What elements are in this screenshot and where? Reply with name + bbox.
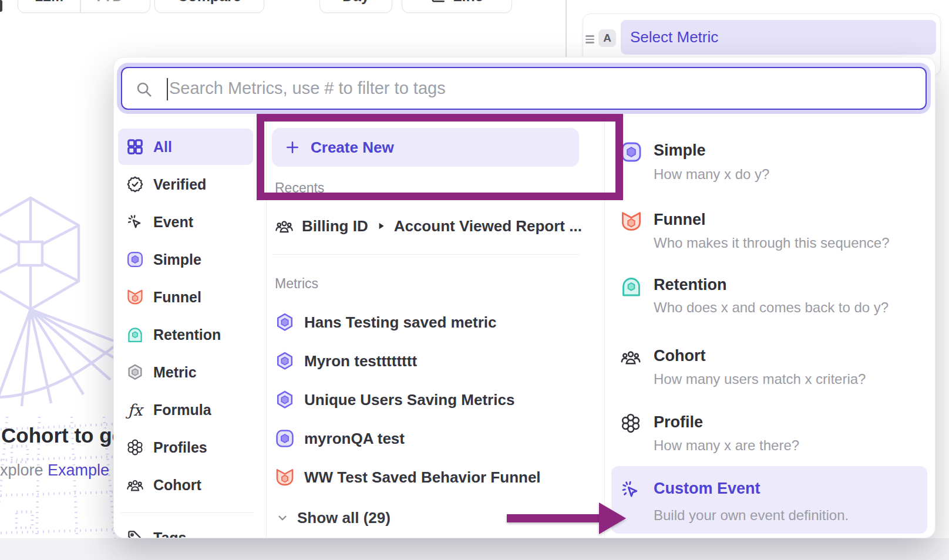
funnel-icon [126,288,144,306]
type-funnel-desc: Who makes it through this sequence? [654,235,890,251]
metric-list-item[interactable]: Unique Users Saving Metrics [275,386,514,413]
metric-list-item[interactable]: myronQA test [275,425,405,452]
range-12m-button[interactable]: 12M [18,0,80,5]
line-chart-icon [430,0,446,4]
row-letter-badge: A [598,29,616,47]
saved-metric-hexagon-icon [275,351,295,371]
range-ytd-button[interactable]: YTD [81,0,150,5]
type-cohort-desc: How many users match x criteria? [654,371,866,387]
metric-list-label: WW Test Saved Behavior Funnel [304,468,541,487]
type-profile[interactable]: Profile [654,413,703,431]
filter-event[interactable]: Event [118,204,253,240]
filter-verified[interactable]: Verified [118,166,253,203]
interval-label: Day [342,0,369,5]
filter-label: Funnel [153,289,201,306]
subtext-fragment: xplore [0,461,48,479]
select-metric-button[interactable]: Select Metric [621,20,936,55]
metric-list-item[interactable]: Hans Testing saved metric [275,309,497,336]
metrics-heading: Metrics [275,276,318,292]
search-input[interactable] [122,68,926,109]
profiles-cluster-icon [126,438,144,456]
drag-handle-icon[interactable] [585,33,594,45]
simple-metric-icon[interactable] [620,141,642,163]
chart-type-line-button[interactable]: Line [402,0,512,13]
interval-day-button[interactable]: Day [319,0,392,13]
section-divider [272,254,579,255]
type-simple-desc: How many x do y? [654,166,769,183]
type-profile-desc: How many x are there? [654,437,799,454]
metric-list-item[interactable]: WW Test Saved Behavior Funnel [275,464,541,491]
compare-button[interactable]: Compare [154,0,264,13]
show-all-toggle[interactable]: Show all (29) [276,504,391,531]
filter-label: Formula [153,402,211,419]
metric-list-label: Hans Testing saved metric [304,313,497,332]
filter-tags[interactable]: Tags [118,519,253,538]
type-custom-event[interactable]: Custom Event [654,480,760,498]
annotation-arrow-head [599,502,626,534]
panel-divider [566,0,567,57]
filter-formula[interactable]: ƒx Formula [118,392,253,428]
grid-icon [126,138,144,156]
profiles-cluster-icon[interactable] [620,413,641,434]
event-spark-icon[interactable] [620,479,641,500]
retention-icon[interactable] [620,275,642,298]
filter-label: Tags [153,529,187,539]
chart-type-label: Line [453,0,483,5]
sidebar-divider [121,512,253,513]
type-funnel[interactable]: Funnel [654,211,706,229]
type-simple[interactable]: Simple [654,141,706,160]
type-cohort[interactable]: Cohort [654,347,705,365]
funnel-icon[interactable] [620,210,642,232]
clipped-icon-fragment [0,0,2,12]
filter-all[interactable]: All [118,129,253,165]
date-range-segmented-control[interactable]: 12M YTD [18,0,150,13]
funnel-icon [275,467,295,487]
empty-state-subtext: xplore Example [0,461,109,480]
type-custom-event-desc: Build your own event definition. [654,507,849,524]
simple-metric-icon [275,429,295,448]
filter-label: Cohort [153,477,201,494]
filter-label: All [153,139,172,156]
caret-right-icon [376,221,386,231]
metric-list-item[interactable]: Myron testttttttt [275,348,417,375]
compare-label: Compare [177,0,241,5]
verified-badge-icon [126,176,144,193]
filter-retention[interactable]: Retention [118,316,253,353]
filter-simple[interactable]: Simple [118,241,253,278]
tag-icon [126,529,144,538]
annotation-arrow-shaft [507,514,599,522]
saved-metric-hexagon-icon [275,390,295,410]
recent-item[interactable]: Billing ID Account Viewed Report ... [275,212,582,239]
range-ytd-label: YTD [93,0,123,5]
chevron-down-icon [276,511,289,524]
cohort-people-icon[interactable] [620,346,641,367]
metric-list-label: myronQA test [304,430,405,448]
filter-label: Metric [153,364,197,381]
formula-fx-icon: ƒx [126,401,144,419]
select-metric-label: Select Metric [630,28,718,46]
filter-label: Simple [153,251,201,268]
search-box [121,67,927,110]
saved-metric-hexagon-icon [275,312,295,332]
example-reports-link[interactable]: Example [48,461,109,479]
simple-metric-icon [126,251,144,268]
metric-hexagon-icon [126,363,144,381]
app-footer-strip [0,538,949,560]
recent-item-primary: Billing ID [302,217,368,235]
show-all-label: Show all (29) [297,509,391,527]
annotation-rectangle [257,114,623,200]
decorative-wireframe-illustration [0,195,119,547]
filter-metric[interactable]: Metric [118,354,253,390]
filter-profiles[interactable]: Profiles [118,429,253,465]
filter-funnel[interactable]: Funnel [118,279,253,315]
type-retention-desc: Who does x and comes back to do y? [654,299,889,316]
metric-list-label: Myron testttttttt [304,352,417,370]
event-spark-icon [126,213,144,231]
chevron-down-icon [126,0,137,1]
recent-item-secondary: Account Viewed Report ... [394,217,582,235]
cohort-people-icon [126,476,144,494]
type-retention[interactable]: Retention [654,276,727,294]
filter-label: Retention [153,326,221,343]
filter-label: Profiles [153,439,207,456]
filter-cohort[interactable]: Cohort [118,467,253,503]
